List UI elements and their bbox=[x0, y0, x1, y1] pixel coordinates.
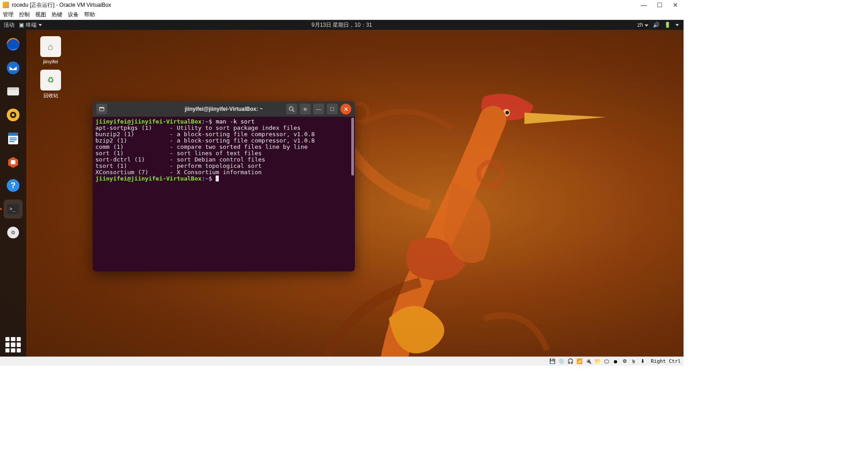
close-button[interactable]: ✕ bbox=[673, 1, 678, 9]
menu-view[interactable]: 视图 bbox=[35, 11, 46, 19]
svg-rect-14 bbox=[9, 139, 17, 140]
desktop-trash[interactable]: ♻ 回收站 bbox=[34, 70, 67, 99]
window-title: rocedu [正在运行] - Oracle VM VirtualBox bbox=[12, 1, 681, 9]
terminal-close-button[interactable]: ✕ bbox=[340, 104, 351, 114]
hostkey-label: Right Ctrl bbox=[651, 358, 681, 364]
terminal-cursor bbox=[216, 176, 219, 181]
status-recording-icon[interactable]: ⏺ bbox=[612, 358, 619, 365]
status-shared-icon[interactable]: 📁 bbox=[594, 358, 601, 365]
svg-text:>_: >_ bbox=[9, 206, 16, 212]
virtualbox-menubar: 管理 控制 视图 热键 设备 帮助 bbox=[0, 10, 684, 20]
gnome-topbar: 活动 ▣ 终端 9月13日 星期日，10：31 zh 🔊 🔋 bbox=[0, 20, 684, 30]
svg-point-1 bbox=[505, 111, 509, 114]
menu-manage[interactable]: 管理 bbox=[3, 11, 14, 19]
status-optical-icon[interactable]: 💿 bbox=[558, 358, 565, 365]
dock-disc[interactable] bbox=[4, 223, 23, 242]
svg-point-23 bbox=[13, 232, 14, 233]
status-usb-icon[interactable]: 🔌 bbox=[585, 358, 592, 365]
virtualbox-statusbar: 💾 💿 🎧 📶 🔌 📁 🖵 ⏺ ⚙ 🖱 ⬇ Right Ctrl bbox=[0, 357, 684, 366]
terminal-line: bzip2 (1) - a block-sorting file compres… bbox=[95, 138, 352, 144]
menu-help[interactable]: 帮助 bbox=[84, 11, 95, 19]
volume-icon[interactable]: 🔊 bbox=[653, 22, 660, 28]
window-controls: — ☐ ✕ bbox=[641, 1, 678, 9]
terminal-line: apt-sortpkgs (1) - Utility to sort packa… bbox=[95, 125, 352, 131]
chevron-down-icon bbox=[675, 24, 679, 26]
status-hostkey-icon[interactable]: ⬇ bbox=[639, 358, 646, 365]
terminal-line: jiinyifei@jiinyifei-VirtualBox:~$ bbox=[95, 176, 352, 182]
dock-rhythmbox[interactable] bbox=[4, 105, 23, 124]
status-network-icon[interactable]: 📶 bbox=[576, 358, 583, 365]
terminal-maximize-button[interactable]: ☐ bbox=[327, 104, 338, 114]
dock-show-applications[interactable] bbox=[4, 335, 23, 354]
terminal-scrollbar[interactable] bbox=[351, 118, 354, 176]
svg-rect-12 bbox=[8, 133, 18, 136]
dock-files[interactable] bbox=[4, 82, 23, 101]
status-processor-icon[interactable]: ⚙ bbox=[621, 358, 628, 365]
terminal-title: jiinyifei@jiinyifei-VirtualBox: ~ bbox=[185, 106, 263, 112]
svg-point-3 bbox=[479, 162, 502, 185]
dock-terminal[interactable]: >_ bbox=[4, 200, 23, 219]
menu-devices[interactable]: 设备 bbox=[68, 11, 79, 19]
topbar-app-label: 终端 bbox=[26, 21, 37, 29]
terminal-line: sort-dctrl (1) - sort Debian control fil… bbox=[95, 157, 352, 163]
status-display-icon[interactable]: 🖵 bbox=[603, 358, 610, 365]
svg-rect-7 bbox=[7, 87, 19, 90]
terminal-new-tab-button[interactable] bbox=[96, 104, 107, 114]
terminal-search-button[interactable] bbox=[286, 104, 297, 114]
svg-point-5 bbox=[7, 62, 19, 74]
dock: ? >_ bbox=[0, 30, 26, 357]
status-hdd-icon[interactable]: 💾 bbox=[549, 358, 556, 365]
topbar-app-menu[interactable]: ▣ 终端 bbox=[19, 21, 42, 29]
terminal-line: jiinyifei@jiinyifei-VirtualBox:~$ man -k… bbox=[95, 119, 352, 125]
apps-grid-icon bbox=[5, 337, 21, 352]
svg-point-0 bbox=[503, 109, 510, 116]
chevron-down-icon bbox=[38, 24, 42, 26]
svg-point-10 bbox=[12, 114, 14, 116]
dock-libreoffice-writer[interactable] bbox=[4, 129, 23, 148]
terminal-line: sort (1) - sort lines of text files bbox=[95, 150, 352, 157]
virtualbox-app-icon bbox=[3, 2, 9, 8]
svg-line-27 bbox=[292, 110, 294, 112]
terminal-line: XConsortium (7) - X Consortium informati… bbox=[95, 169, 352, 176]
search-icon bbox=[288, 106, 295, 112]
svg-point-26 bbox=[289, 107, 293, 110]
svg-rect-15 bbox=[9, 141, 14, 142]
battery-icon[interactable]: 🔋 bbox=[664, 22, 671, 28]
input-method-indicator[interactable]: zh bbox=[637, 22, 648, 28]
minimize-button[interactable]: — bbox=[641, 1, 647, 9]
svg-rect-16 bbox=[11, 160, 15, 164]
dock-firefox[interactable] bbox=[4, 35, 23, 54]
status-audio-icon[interactable]: 🎧 bbox=[567, 358, 574, 365]
new-tab-icon bbox=[99, 106, 105, 112]
dock-thunderbird[interactable] bbox=[4, 58, 23, 77]
terminal-line: comm (1) - compare two sorted files line… bbox=[95, 144, 352, 150]
terminal-line: tsort (1) - perform topological sort bbox=[95, 163, 352, 169]
desktop-home-folder[interactable]: ⌂ jiinyifei bbox=[34, 36, 67, 64]
dock-help[interactable]: ? bbox=[4, 176, 23, 195]
terminal-menu-button[interactable]: ≡ bbox=[300, 104, 311, 114]
terminal-line: bunzip2 (1) - a block-sorting file compr… bbox=[95, 131, 352, 138]
terminal-window: jiinyifei@jiinyifei-VirtualBox: ~ ≡ — ☐ … bbox=[93, 101, 355, 271]
terminal-titlebar[interactable]: jiinyifei@jiinyifei-VirtualBox: ~ ≡ — ☐ … bbox=[93, 101, 355, 117]
terminal-minimize-button[interactable]: — bbox=[313, 104, 324, 114]
guest-desktop: 活动 ▣ 终端 9月13日 星期日，10：31 zh 🔊 🔋 bbox=[0, 20, 684, 357]
svg-rect-25 bbox=[99, 107, 104, 109]
desktop-icon-label: jiinyifei bbox=[34, 59, 67, 64]
desktop-icon-label: 回收站 bbox=[34, 92, 67, 99]
hamburger-icon: ≡ bbox=[303, 106, 307, 113]
desktop-icons: ⌂ jiinyifei ♻ 回收站 bbox=[34, 36, 67, 105]
status-mouse-icon[interactable]: 🖱 bbox=[630, 358, 637, 365]
topbar-clock[interactable]: 9月13日 星期日，10：31 bbox=[311, 21, 372, 29]
chevron-down-icon bbox=[645, 24, 648, 27]
dock-ubuntu-software[interactable] bbox=[4, 152, 23, 171]
terminal-body[interactable]: jiinyifei@jiinyifei-VirtualBox:~$ man -k… bbox=[93, 117, 355, 271]
svg-text:?: ? bbox=[11, 181, 16, 190]
home-folder-icon: ⌂ bbox=[40, 36, 61, 57]
menu-hotkey[interactable]: 热键 bbox=[52, 11, 62, 19]
menu-control[interactable]: 控制 bbox=[19, 11, 30, 19]
activities-button[interactable]: 活动 bbox=[4, 21, 14, 29]
terminal-icon: ▣ bbox=[19, 22, 24, 28]
maximize-button[interactable]: ☐ bbox=[657, 1, 663, 9]
svg-rect-13 bbox=[9, 138, 17, 138]
trash-icon: ♻ bbox=[40, 70, 61, 90]
